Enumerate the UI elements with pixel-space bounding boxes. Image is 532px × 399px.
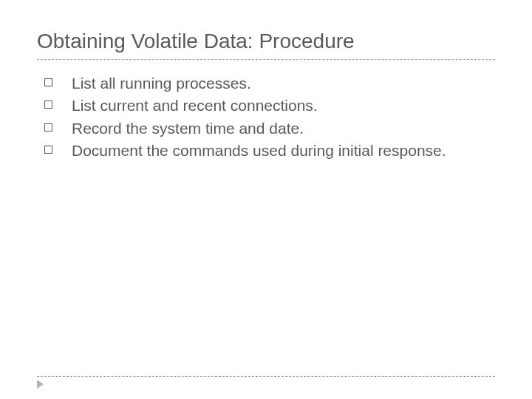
checkbox-icon xyxy=(44,78,52,86)
list-item: Record the system time and date. xyxy=(44,118,495,139)
checkbox-icon xyxy=(44,146,52,154)
bullet-list: List all running processes. List current… xyxy=(37,73,495,161)
list-item: List current and recent connections. xyxy=(44,95,495,116)
title-divider xyxy=(37,59,495,60)
list-item: List all running processes. xyxy=(44,73,495,94)
bullet-text: List all running processes. xyxy=(72,73,495,94)
checkbox-icon xyxy=(44,100,52,109)
list-item: Document the commands used during initia… xyxy=(44,140,495,161)
arrow-icon xyxy=(37,380,44,389)
bullet-text: Record the system time and date. xyxy=(72,118,495,139)
slide-container: Obtaining Volatile Data: Procedure List … xyxy=(0,0,532,399)
bullet-text: List current and recent connections. xyxy=(72,95,495,116)
slide-title: Obtaining Volatile Data: Procedure xyxy=(37,30,495,53)
checkbox-icon xyxy=(44,123,52,132)
bullet-text: Document the commands used during initia… xyxy=(72,140,495,161)
bottom-divider xyxy=(37,376,495,377)
